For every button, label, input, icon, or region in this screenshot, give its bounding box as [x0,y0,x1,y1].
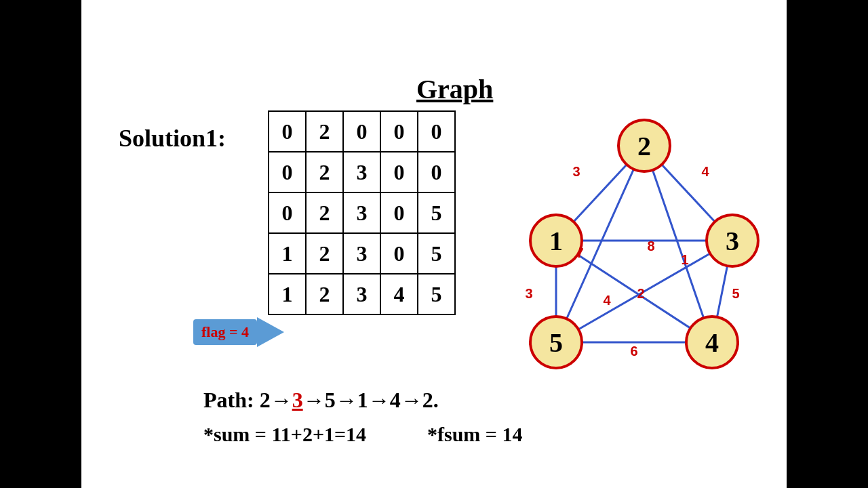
path-item-3: → [303,388,325,412]
edge-weight-2-4: 1 [681,252,688,267]
matrix-cell-4-1: 2 [306,274,343,314]
path-item-0: 2 [260,388,271,412]
path-item-4: 5 [325,388,336,412]
matrix-cell-3-0: 1 [269,233,306,274]
flag-label: flag = 4 [193,319,257,345]
path-item-1: → [271,388,292,412]
matrix-table: 0200002300023051230512345 [268,110,456,315]
path-item-5: → [336,388,357,412]
edge-weight-3-5: 2 [637,286,644,301]
matrix-cell-0-0: 0 [269,111,306,152]
fsum-text: *fsum = 14 [427,423,522,446]
path-sequence: 2→3→5→1→4→2. [260,388,439,412]
matrix-cell-3-3: 0 [380,233,418,274]
node-label-5: 5 [549,327,563,358]
right-sidebar [787,0,868,488]
edge-weight-1-3: 8 [647,239,654,253]
left-sidebar [0,0,81,488]
matrix-cell-0-3: 0 [380,111,418,152]
matrix-cell-0-4: 0 [418,111,455,152]
matrix-cell-2-0: 0 [269,192,306,233]
graph-title: Graph [416,73,493,105]
node-label-4: 4 [705,327,719,358]
path-item-6: 1 [357,388,368,412]
matrix-cell-0-2: 0 [343,111,380,152]
path-item-7: → [368,388,390,412]
path-item-9: → [401,388,422,412]
matrix-cell-1-2: 3 [343,152,380,192]
matrix-cell-4-0: 1 [269,274,306,314]
path-label: Path: [203,388,254,412]
matrix-cell-1-3: 0 [380,152,418,192]
matrix-cell-0-1: 2 [306,111,343,152]
matrix-cell-2-2: 3 [343,192,380,233]
node-label-3: 3 [726,226,739,256]
matrix-cell-3-4: 5 [418,233,455,274]
sum-text: *sum = 11+2+1=14 [203,423,366,446]
solution-label: Solution1: [119,124,226,152]
main-content: Graph Solution1: 02000023000230512305123… [81,0,787,488]
edge-weight-1-2: 3 [572,164,580,179]
edge-weight-1-5: 3 [525,286,532,301]
matrix-cell-1-4: 0 [418,152,455,192]
node-label-2: 2 [637,131,651,161]
matrix-cell-3-1: 2 [306,233,343,274]
path-item-2: 3 [292,388,303,412]
arrow-icon [257,317,284,347]
matrix-cell-2-1: 2 [306,192,343,233]
edge-weight-2-3: 4 [701,164,709,179]
path-text: Path: 2→3→5→1→4→2. [203,388,439,413]
matrix-cell-1-0: 0 [269,152,306,192]
matrix-cell-4-2: 3 [343,274,380,314]
matrix-cell-2-4: 5 [418,192,455,233]
path-item-8: 4 [390,388,401,412]
node-label-1: 1 [549,226,563,256]
graph-diagram: 348471256312345 [475,105,787,390]
edge-weight-5-4: 6 [630,344,637,359]
matrix-cell-4-3: 4 [380,274,418,314]
edge-weight-1-4: 4 [603,293,611,308]
matrix-cell-1-1: 2 [306,152,343,192]
path-item-10: 2. [422,388,439,412]
flag-container: flag = 4 [193,317,284,347]
matrix-cell-4-4: 5 [418,274,455,314]
edge-weight-3-4: 5 [732,286,739,301]
matrix-cell-3-2: 3 [343,233,380,274]
matrix-cell-2-3: 0 [380,192,418,233]
